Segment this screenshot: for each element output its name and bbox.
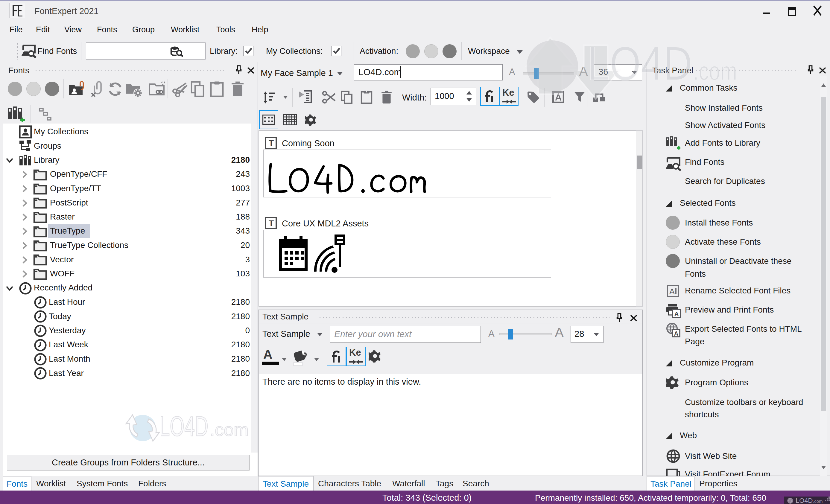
svg-text:A: A <box>674 310 679 317</box>
svg-text:A: A <box>674 330 678 337</box>
svg-text:.com: .com <box>210 419 249 440</box>
svg-text:LO4D: LO4D <box>159 411 208 442</box>
svg-text:A: A <box>669 287 675 296</box>
